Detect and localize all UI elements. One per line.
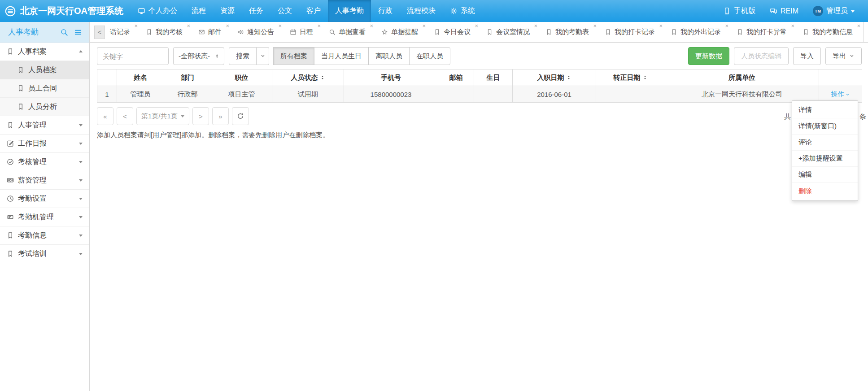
status-edit-button[interactable]: 人员状态编辑 xyxy=(734,47,789,65)
tab-close-icon[interactable]: × xyxy=(278,23,282,29)
tab-close-icon[interactable]: × xyxy=(725,23,728,29)
filter-button[interactable]: 当月人员生日 xyxy=(314,47,369,65)
sidebar-item[interactable]: 考勤信息 xyxy=(0,226,89,245)
tab[interactable]: 单据提醒 × xyxy=(376,22,429,42)
cell-department: 行政部 xyxy=(164,86,211,103)
table-row[interactable]: 1 管理员 行政部 项目主管 试用期 15800000023 2016-06-0… xyxy=(97,86,862,103)
col-status-sortable[interactable]: 人员状态 xyxy=(272,70,344,86)
filter-button[interactable]: 在职人员 xyxy=(409,47,450,65)
nav-item-label: 人事考勤 xyxy=(335,6,364,16)
tab-close-icon[interactable]: × xyxy=(475,23,478,29)
nav-item[interactable]: 任务 xyxy=(242,0,270,22)
tab[interactable]: 我的外出记录 × xyxy=(666,22,732,42)
update-data-button[interactable]: 更新数据 xyxy=(688,47,729,65)
tab[interactable]: 我的考勤表 × xyxy=(541,22,600,42)
sidebar-item[interactable]: 考勤机管理 xyxy=(0,208,89,226)
nav-item[interactable]: 人事考勤 xyxy=(328,0,371,22)
sidebar-item[interactable]: 考勤设置 xyxy=(0,190,89,208)
refresh-button[interactable] xyxy=(232,107,249,125)
record-count-fragment: 条 xyxy=(859,113,866,121)
tab-close-icon[interactable]: × xyxy=(659,23,663,29)
nav-item[interactable]: 行政 xyxy=(371,0,400,22)
col-position: 职位 xyxy=(211,70,272,86)
tab[interactable]: 单据查看 × xyxy=(324,22,376,42)
tab[interactable]: 我的考核 × xyxy=(141,22,193,42)
tab-close-icon[interactable]: × xyxy=(370,23,373,29)
sidebar-item[interactable]: 薪资管理 xyxy=(0,171,89,190)
tab[interactable]: 人员档案 xyxy=(864,22,868,42)
chat-icon xyxy=(770,7,777,15)
col-regular-date-sortable[interactable]: 转正日期 xyxy=(596,70,665,86)
nav-item[interactable]: 个人办公 xyxy=(131,0,184,22)
tab-label: 话记录 xyxy=(110,28,130,36)
page-prev-button[interactable]: < xyxy=(117,107,133,125)
nav-item[interactable]: 流程 xyxy=(184,0,213,22)
import-button[interactable]: 导入 xyxy=(793,47,821,65)
tab-close-icon[interactable]: × xyxy=(187,23,190,29)
sidebar-item[interactable]: 人员档案 xyxy=(0,61,89,79)
tab[interactable]: 会议室情况 × xyxy=(481,22,541,42)
keyword-input[interactable] xyxy=(97,47,169,65)
tab-close-icon[interactable]: × xyxy=(857,23,860,29)
nav-item[interactable]: 资源 xyxy=(213,0,242,22)
user-menu[interactable]: TM 管理员 xyxy=(806,0,862,22)
page-first-button[interactable]: « xyxy=(97,107,113,125)
action-menu-item[interactable]: 详情(新窗口) xyxy=(792,118,858,135)
sidebar-item[interactable]: 员工合同 xyxy=(0,79,89,98)
sidebar-item-label: 人事管理 xyxy=(18,121,47,130)
reim-link[interactable]: REIM xyxy=(763,0,806,22)
page-last-button[interactable]: » xyxy=(212,107,229,125)
tab[interactable]: 日程 × xyxy=(285,22,324,42)
filter-button[interactable]: 离职人员 xyxy=(368,47,410,65)
tab-close-icon[interactable]: × xyxy=(593,23,597,29)
tab-close-icon[interactable]: × xyxy=(317,23,321,29)
row-action-link[interactable]: 操作 xyxy=(831,90,850,99)
sidebar-item[interactable]: 工作日报 xyxy=(0,135,89,153)
action-menu-item[interactable]: 评论 xyxy=(792,135,858,151)
sidebar-item[interactable]: 人事管理 xyxy=(0,116,89,135)
page-indicator-dropdown[interactable]: 第1页/共1页 xyxy=(136,107,189,125)
action-menu-item[interactable]: 删除 xyxy=(792,183,858,199)
action-menu-item[interactable]: 详情 xyxy=(792,102,858,118)
sidebar-item[interactable]: 人事档案 xyxy=(0,43,89,61)
tab-close-icon[interactable]: × xyxy=(534,23,537,29)
tab[interactable]: 邮件 × xyxy=(193,22,232,42)
search-icon[interactable] xyxy=(60,28,68,36)
col-action xyxy=(819,70,862,86)
tab[interactable]: 今日会议 × xyxy=(429,22,481,42)
mobile-version-link[interactable]: 手机版 xyxy=(716,0,763,22)
nav-item[interactable]: 流程模块 xyxy=(400,0,443,22)
caret-icon xyxy=(79,161,83,165)
status-select[interactable]: -全部状态- xyxy=(173,47,224,65)
tab-close-icon[interactable]: × xyxy=(422,23,426,29)
menu-toggle-icon[interactable] xyxy=(74,28,82,36)
nav-item[interactable]: 系统 xyxy=(443,0,482,22)
col-hire-date-sortable[interactable]: 入职日期 xyxy=(513,70,596,86)
sidebar-item[interactable]: 考试培训 xyxy=(0,245,89,263)
nav-item[interactable]: 公文 xyxy=(270,0,299,22)
tabs-scroll-left-button[interactable]: < xyxy=(94,26,105,39)
tab-label: 邮件 xyxy=(208,28,222,36)
export-button[interactable]: 导出 xyxy=(825,47,862,65)
sidebar-item[interactable]: 考核管理 xyxy=(0,153,89,171)
app-title: 北京一网天行OA管理系统 xyxy=(20,5,123,17)
col-department: 部门 xyxy=(164,70,211,86)
tab-close-icon[interactable]: × xyxy=(226,23,229,29)
search-dropdown-button[interactable] xyxy=(257,47,269,65)
tab-close-icon[interactable]: × xyxy=(134,23,138,29)
tab[interactable]: 我的打卡记录 × xyxy=(600,22,666,42)
filter-button[interactable]: 所有档案 xyxy=(273,47,314,65)
tab[interactable]: 话记录 × xyxy=(105,22,141,42)
page-next-button[interactable]: > xyxy=(192,107,209,125)
tab[interactable]: 我的打卡异常 × xyxy=(732,22,798,42)
action-menu-item[interactable]: +添加提醒设置 xyxy=(792,151,858,167)
select-arrows-icon xyxy=(214,53,220,59)
sidebar-item[interactable]: 人员分析 xyxy=(0,98,89,116)
nav-item[interactable]: 客户 xyxy=(299,0,328,22)
tab[interactable]: 通知公告 × xyxy=(232,22,285,42)
tab-close-icon[interactable]: × xyxy=(791,23,794,29)
search-button[interactable]: 搜索 xyxy=(229,47,257,65)
action-menu-item[interactable]: 编辑 xyxy=(792,167,858,183)
bookmark-icon xyxy=(803,29,809,35)
tab[interactable]: 我的考勤信息 × xyxy=(798,22,864,42)
